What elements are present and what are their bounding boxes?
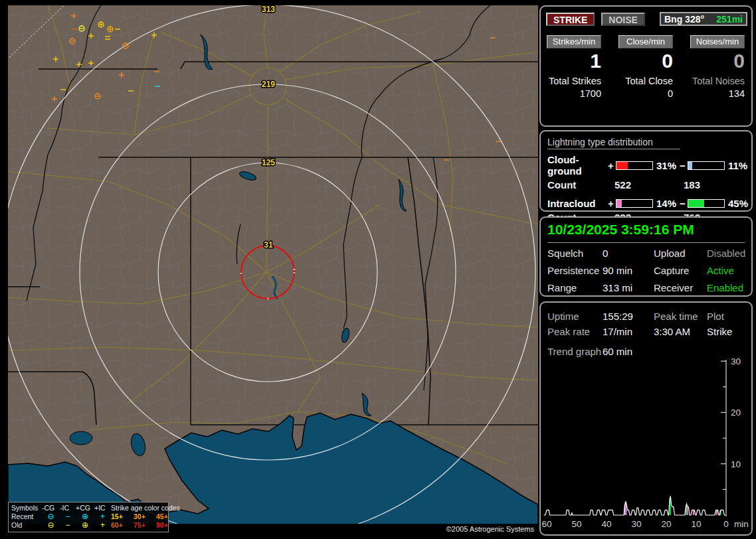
plot-label: Plot [707,309,745,324]
svg-text:20: 20 [731,408,741,418]
count-label: Count [547,179,614,191]
svg-text:min: min [734,519,749,529]
status-row: Range 313 mi Receiver Enabled [547,281,745,295]
noises-per-min-chip[interactable]: Noises/min [690,35,745,48]
upload-label: Upload [654,247,707,260]
cg-minus-bar [688,161,725,170]
legend-age-code: 90+ [156,521,179,530]
svg-text:20: 20 [661,519,671,529]
peak-rate-label: Peak rate [547,324,603,339]
cg-plus-pct: 31% [653,160,680,171]
close-column: Close/min 0 Total Close 0 [618,35,673,99]
strikes-column: Strikes/min 1 Total Strikes 1700 [547,35,601,99]
legend---icon: − [60,521,76,530]
legend-age-code: 45+ [156,512,179,521]
strikes-per-min-value: 1 [547,50,601,72]
plus-sign: + [608,198,616,209]
intracloud-label: Intracloud [547,198,608,209]
legend-age-code: 30+ [134,512,156,521]
ic-plus-pct: 14% [653,198,680,209]
status-panel: 10/23/2025 3:59:16 PM Squelch 0 Upload D… [539,216,753,297]
capture-value: Active [707,264,745,277]
legend-age-code: 75+ [134,521,156,530]
distribution-panel: Lightning type distribution Cloud-ground… [539,130,753,212]
svg-text:0: 0 [723,519,729,529]
ic-minus-bar [688,199,725,208]
status-row: Persistence 90 min Capture Active [547,264,745,277]
svg-text:30: 30 [631,519,641,529]
peak-time-label: Peak time [654,309,707,324]
svg-text:31: 31 [264,240,273,250]
trend-graph: 1020306050403020100min [542,354,751,536]
status-row: Squelch 0 Upload Disabled [547,247,745,260]
legend-age-header: Strike age color codes [111,504,179,512]
strikes-per-min-chip[interactable]: Strikes/min [547,35,601,48]
copyright-text: ©2005 Astrogenic Systems [446,525,534,533]
lightning-map[interactable]: 31321912531 ©2005 Astrogenic Systems Sym… [8,5,538,535]
svg-text:219: 219 [262,80,275,89]
svg-text:40: 40 [601,519,611,529]
bearing-readout: Bng 328° 251mi [660,12,747,26]
nexstorm-window: 31321912531 ©2005 Astrogenic Systems Sym… [0,0,756,539]
svg-text:50: 50 [571,519,581,529]
svg-text:30: 30 [731,356,741,366]
stats-row: Uptime 155:29 Peak time Plot [547,309,745,324]
ic-plus-bar [616,199,653,208]
bearing-distance: 251mi [716,14,743,25]
uptime-label: Uptime [547,309,603,324]
total-close-value: 0 [618,88,673,99]
upload-value: Disabled [707,247,745,260]
plus-sign: + [608,160,616,171]
trend-panel: Uptime 155:29 Peak time Plot Peak rate 1… [539,301,753,536]
cg-plus-bar [616,161,653,170]
total-close-label: Total Close [618,76,673,86]
svg-text:60: 60 [542,519,552,529]
bearing-value: Bng 328° [664,14,704,25]
ic-minus-pct: 45% [725,198,751,209]
strike-mode-button[interactable]: STRIKE [546,13,595,26]
cg-minus-pct: 11% [725,160,751,171]
noises-per-min-value: 0 [690,50,745,72]
close-per-min-chip[interactable]: Close/min [618,35,673,48]
strike-counter-panel: STRIKE NOISE Bng 328° 251mi Strikes/min … [539,5,753,127]
symbol-legend: Symbols-CG-IC+CG+ICStrike age color code… [8,502,169,532]
persistence-label: Persistence [547,264,603,277]
receiver-label: Receiver [654,281,707,295]
cloud-ground-label: Cloud-ground [547,154,608,177]
svg-text:313: 313 [262,5,275,14]
legend-op-icon: ⊕ [76,521,94,530]
cg-plus-count: 522 [614,179,684,191]
minus-sign: − [680,160,688,171]
cg-minus-count: 183 [684,179,749,191]
svg-text:10: 10 [691,519,701,529]
receiver-value: Enabled [707,281,745,295]
plot-value: Strike [707,324,745,339]
svg-text:10: 10 [731,459,741,469]
cloud-ground-row: Cloud-ground + 31% − 11% [547,154,749,177]
squelch-value: 0 [603,247,654,260]
legend-row-label: Old [11,521,42,530]
persistence-value: 90 min [603,264,654,277]
map-canvas: 31321912531 [8,5,538,535]
total-noises-value: 134 [690,88,745,99]
legend-row-label: Recent [11,512,42,521]
peak-time-value: 3:30 AM [654,324,707,339]
distribution-title: Lightning type distribution [547,137,680,149]
legend-age-code: 15+ [111,512,134,521]
total-strikes-label: Total Strikes [547,76,601,86]
noises-column: Noises/min 0 Total Noises 134 [690,35,745,99]
capture-label: Capture [654,264,707,277]
total-strikes-value: 1700 [547,88,601,99]
range-label: Range [547,281,603,295]
squelch-label: Squelch [547,247,603,260]
range-value: 313 mi [603,281,654,295]
noise-mode-button[interactable]: NOISE [601,13,645,26]
svg-text:125: 125 [262,158,275,167]
minus-sign: − [680,198,688,209]
datetime-display: 10/23/2025 3:59:16 PM [547,222,745,243]
uptime-value: 155:29 [603,309,654,324]
close-per-min-value: 0 [618,50,673,72]
legend-age-code: 60+ [111,521,134,530]
legend-+-icon: + [94,521,111,530]
intracloud-row: Intracloud + 14% − 45% [547,198,749,209]
